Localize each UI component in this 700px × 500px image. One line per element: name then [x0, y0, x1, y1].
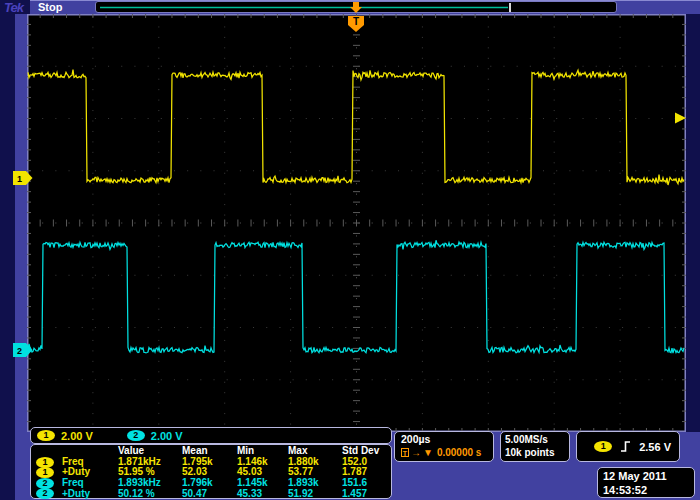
trigger-readout[interactable]: 1 2.56 V [576, 431, 680, 462]
channel-scale-bar[interactable]: 1 2.00 V 2 2.00 V [30, 427, 392, 444]
trigger-icon: T [401, 448, 409, 457]
measurement-row-ch2-freq: 2 Freq 1.893kHz 1.796k 1.145k 1.893k 151… [36, 478, 391, 489]
horizontal-readout[interactable]: 200µs T → ▼ 0.00000 s [394, 431, 494, 462]
waveform-display: 12T [0, 0, 700, 500]
measure-name: +Duty [62, 489, 118, 500]
acquisition-status: Stop [38, 1, 62, 13]
measure-max: 51.92 [288, 489, 342, 500]
measure-std: 1.457 [342, 489, 392, 500]
col-header-max: Max [288, 446, 342, 457]
ch2-badge[interactable]: 2 [127, 430, 145, 441]
record-length: 10k points [505, 446, 565, 459]
measure-max: 1.893k [288, 478, 342, 489]
arrow-right-icon: → [411, 447, 421, 458]
time-per-div: 200µs [401, 433, 487, 445]
trigger-source-badge: 1 [594, 441, 612, 452]
left-frame-strip [15, 14, 28, 432]
ch1-badge: 1 [36, 457, 54, 468]
ch1-scale: 2.00 V [61, 430, 93, 442]
measure-std: 151.6 [342, 478, 392, 489]
oscilloscope-screen: Tek Stop 12T 1 2.00 V 2 2.00 V Value Mea… [0, 0, 700, 500]
ch2-scale: 2.00 V [151, 430, 183, 442]
measurements-panel[interactable]: Value Mean Min Max Std Dev 1 Freq 1.871k… [30, 444, 392, 499]
sample-rate: 5.00MS/s [505, 433, 565, 446]
rising-edge-icon [619, 440, 632, 453]
measure-mean: 1.796k [182, 478, 237, 489]
expansion-point-icon: ▼ [423, 447, 433, 458]
measure-mean: 50.47 [182, 489, 237, 500]
svg-text:T: T [353, 16, 359, 27]
time-label: 14:53:52 [603, 483, 689, 497]
col-header-mean: Mean [182, 446, 237, 457]
trigger-delay: 0.00000 s [437, 447, 482, 458]
measure-value: 1.893kHz [118, 478, 182, 489]
ch1-badge[interactable]: 1 [37, 430, 55, 441]
measure-value: 50.12 % [118, 489, 182, 500]
measurements-header-row: Value Mean Min Max Std Dev [36, 446, 391, 457]
date-label: 12 May 2011 [603, 469, 689, 483]
measure-min: 45.33 [237, 489, 288, 500]
datetime-readout[interactable]: 12 May 2011 14:53:52 [597, 467, 695, 498]
ch1-badge: 1 [36, 467, 54, 478]
ch2-badge: 2 [36, 488, 54, 499]
ch2-badge: 2 [36, 478, 54, 489]
col-header-min: Min [237, 446, 288, 457]
measure-min: 1.145k [237, 478, 288, 489]
trigger-level: 2.56 V [639, 441, 671, 453]
measure-name: Freq [62, 478, 118, 489]
tek-logo: Tek [4, 0, 23, 15]
col-header-value: Value [118, 446, 182, 457]
acquisition-readout[interactable]: 5.00MS/s 10k points [500, 431, 570, 462]
acquisition-record-view [95, 1, 617, 13]
col-header-stddev: Std Dev [342, 446, 392, 457]
measurement-row-ch2-duty: 2 +Duty 50.12 % 50.47 45.33 51.92 1.457 [36, 488, 391, 499]
measurement-row-ch1-duty: 1 +Duty 51.95 % 52.03 45.03 53.77 1.787 [36, 467, 391, 478]
